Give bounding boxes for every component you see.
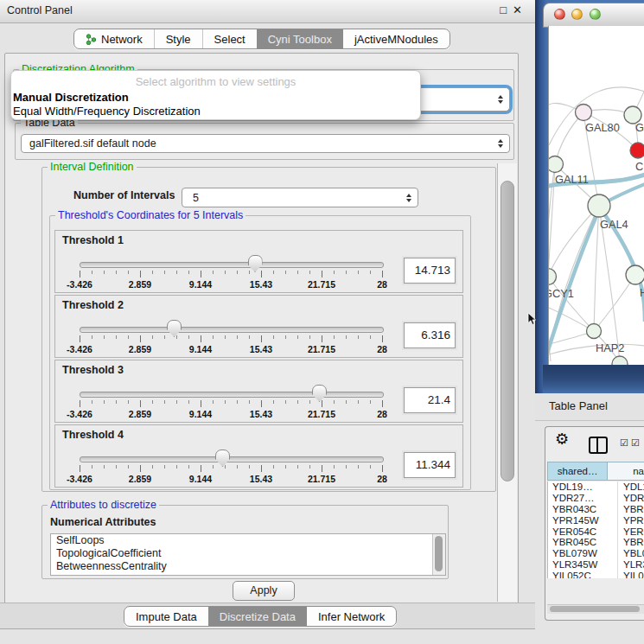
tab-cyni-toolbox[interactable]: Cyni Toolbox: [257, 29, 343, 48]
close-button[interactable]: [554, 9, 565, 20]
algorithm-hint-item[interactable]: Select algorithm to view settings: [11, 75, 420, 88]
network-node[interactable]: [630, 143, 644, 158]
tab-infer-network[interactable]: Infer Network: [307, 607, 396, 626]
menu-item-manual-discretization[interactable]: Manual Discretization: [13, 91, 418, 104]
table-data-combobox[interactable]: galFiltered.sif default node: [21, 134, 510, 153]
slider-tick: [152, 465, 153, 469]
table-row[interactable]: YIL052CYIL0: [548, 571, 644, 578]
slider-tick: [297, 271, 298, 274]
cell-name: YDR2: [618, 493, 644, 504]
slider-tick-label: 15.43: [250, 344, 272, 354]
slider-tick: [225, 335, 226, 339]
list-item[interactable]: TopologicalCoefficient: [51, 547, 445, 560]
node-label: GAL11: [555, 173, 589, 186]
threshold-value-field[interactable]: 6.316: [404, 322, 456, 348]
float-window-icon[interactable]: □: [500, 3, 507, 16]
slider-tick-label: 21.715: [308, 279, 335, 290]
slider-tick: [370, 335, 371, 339]
slider-tick-label: -3.426: [67, 474, 92, 484]
network-node[interactable]: [612, 356, 628, 365]
tab-select[interactable]: Select: [202, 29, 257, 48]
scrollbar-thumb[interactable]: [501, 181, 514, 481]
slider-tick: [261, 465, 262, 472]
threshold-value-field[interactable]: 21.4: [404, 387, 456, 413]
numerical-attributes-label: Numerical Attributes: [50, 516, 156, 528]
scrollbar-thumb[interactable]: [550, 606, 640, 612]
network-canvas[interactable]: GAL80GACGAL11GAL4GCY1HHAP2: [548, 26, 644, 365]
list-item[interactable]: BetweennessCentrality: [51, 560, 445, 573]
minimize-button[interactable]: [571, 9, 583, 20]
table-horizontal-scrollbar[interactable]: [547, 604, 644, 614]
table-rows: YDL19…YDL1YDR27…YDR2YBR043CYBR0YPR145WYP…: [547, 481, 644, 578]
slider-tick: [176, 400, 177, 404]
slider-tick: [213, 271, 214, 274]
slider-ticks: [80, 335, 382, 343]
slider-tick: [346, 400, 347, 404]
table-row[interactable]: YER054CYER0: [548, 526, 644, 538]
network-node[interactable]: [587, 324, 602, 339]
network-node[interactable]: [576, 105, 592, 121]
threshold-slider-track[interactable]: [80, 262, 384, 268]
network-node[interactable]: [549, 269, 557, 285]
threshold-slider-thumb[interactable]: [248, 255, 263, 272]
threshold-slider-thumb[interactable]: [215, 450, 230, 467]
threshold-slider-track[interactable]: [80, 327, 384, 333]
table-row[interactable]: YDL19…YDL1: [548, 481, 644, 493]
tab-jactivemnodules[interactable]: jActiveMNodules: [343, 29, 450, 48]
scrollbar-thumb[interactable]: [435, 536, 443, 571]
tab-discretize-data[interactable]: Discretize Data: [208, 607, 307, 626]
tab-network[interactable]: Network: [74, 29, 154, 48]
control-panel-tabbar: NetworkStyleSelectCyni ToolboxjActiveMNo…: [73, 29, 450, 49]
table-row[interactable]: YBL079WYBL0: [548, 548, 644, 559]
slider-tick: [273, 465, 274, 469]
attributes-scrollbar[interactable]: [432, 534, 445, 575]
slider-tick: [164, 465, 165, 469]
slider-tick: [297, 465, 298, 469]
tab-impute-data[interactable]: Impute Data: [124, 607, 208, 626]
slider-tick: [164, 335, 165, 339]
table-row[interactable]: YDR27…YDR2: [548, 493, 644, 504]
slider-tick: [370, 271, 371, 274]
table-row[interactable]: YLR345WYLR3: [548, 559, 644, 571]
checkbox-icon[interactable]: ☑: [620, 437, 628, 449]
settings-scrollbar[interactable]: [497, 163, 517, 602]
column-header-name[interactable]: na: [608, 462, 644, 481]
slider-tick: [225, 465, 226, 469]
apply-button[interactable]: Apply: [233, 581, 295, 601]
threshold-label: Threshold 3: [62, 364, 124, 376]
number-of-intervals-combobox[interactable]: 5: [182, 188, 418, 207]
table-row[interactable]: YBR045CYBR0: [548, 537, 644, 548]
slider-tick-label: 15.43: [250, 474, 272, 484]
tab-label: Select: [214, 33, 245, 46]
gear-icon[interactable]: ⚙: [555, 430, 569, 449]
numerical-attributes-list[interactable]: SelfLoopsTopologicalCoefficientBetweenne…: [50, 533, 446, 576]
network-node[interactable]: [549, 156, 564, 173]
threshold-slider-thumb[interactable]: [312, 385, 327, 402]
menu-item-equal-width-frequency[interactable]: Equal Width/Frequency Discretization: [13, 105, 418, 118]
table-row[interactable]: YPR145WYPR1: [548, 515, 644, 526]
threshold-slider-track[interactable]: [80, 456, 384, 462]
slider-tick: [201, 465, 201, 472]
tab-style[interactable]: Style: [154, 29, 202, 48]
network-node[interactable]: [588, 194, 610, 217]
close-icon[interactable]: ✕: [513, 3, 522, 16]
node-label: C: [635, 160, 643, 173]
slider-tick: [225, 400, 226, 404]
zoom-button[interactable]: [590, 9, 601, 20]
cell-shared-name: YLR345W: [548, 559, 618, 571]
threshold-value-field[interactable]: 14.713: [404, 258, 456, 284]
slider-tick: [80, 400, 80, 407]
column-header-shared-name[interactable]: shared…: [547, 462, 608, 481]
list-item[interactable]: SelfLoops: [51, 534, 445, 547]
threshold-slider-track[interactable]: [80, 392, 384, 398]
checkbox-icon[interactable]: ☑: [631, 437, 640, 449]
columns-icon[interactable]: [589, 437, 608, 454]
table-row[interactable]: YBR043CYBR0: [548, 504, 644, 515]
slider-tick-label: 2.859: [129, 474, 151, 484]
threshold-slider-thumb[interactable]: [167, 320, 182, 337]
slider-tick-label: 2.859: [129, 409, 151, 419]
network-node[interactable]: [626, 265, 644, 284]
threshold-value-field[interactable]: 11.344: [404, 452, 456, 478]
algorithm-dropdown-popup: Select algorithm to view settings Manual…: [10, 70, 421, 120]
network-edge: [549, 164, 555, 277]
